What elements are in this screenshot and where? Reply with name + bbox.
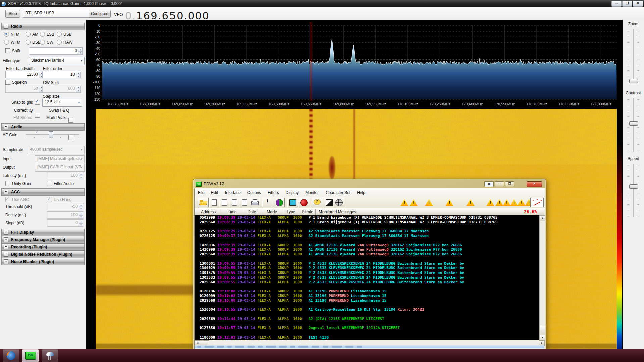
squelch-checkbox[interactable]: Squelch — [5, 80, 27, 85]
terminal-icon[interactable] — [287, 198, 298, 207]
step-size-select[interactable]: 12.5 kHz▼ — [42, 99, 82, 107]
menu-options[interactable]: Options — [244, 189, 264, 196]
collapse-icon[interactable]: − — [4, 24, 8, 29]
menu-edit[interactable]: Edit — [208, 189, 221, 196]
pdw-vertical-scrollbar[interactable]: ▲ ▼ — [539, 215, 545, 340]
pdw-maximize-button[interactable]: ❐ — [505, 181, 514, 187]
column-header-mode[interactable]: Mode — [262, 209, 282, 214]
checkbox-icon[interactable] — [5, 181, 10, 186]
column-header-bitrate[interactable]: Bitrate — [300, 209, 315, 214]
mode-option-usb[interactable]: USB — [57, 32, 72, 37]
spectrum-display[interactable]: 0-10-20-30-40-50-60-70-80-90-100-110-120… — [86, 20, 623, 108]
mode-option-am[interactable]: AM — [26, 32, 38, 37]
checkbox-icon[interactable] — [47, 181, 52, 186]
column-divider[interactable] — [242, 209, 242, 215]
noise-blanker-panel-header[interactable]: +Noise Blanker (Plugin) — [1, 258, 85, 265]
recording-panel-header[interactable]: +Recording (Plugin) — [1, 243, 85, 251]
open-file-icon[interactable] — [198, 198, 209, 207]
speed-slider[interactable] — [623, 164, 644, 219]
menu-display[interactable]: Display — [282, 189, 302, 196]
sdr-titlebar[interactable]: SDR# v1.0.0.1193 - IQ Imbalance: Gain = … — [0, 0, 644, 7]
spinner-icons[interactable]: ▲▼ — [78, 48, 83, 54]
mode-option-raw[interactable]: RAW — [57, 40, 73, 45]
column-divider[interactable] — [300, 209, 300, 215]
duplicate-icon[interactable] — [230, 198, 240, 207]
shift-checkbox[interactable]: Shift — [5, 48, 20, 53]
close-button[interactable]: ✕ — [633, 1, 643, 7]
shift-input[interactable]: 0▲▼ — [29, 47, 83, 55]
slider-thumb[interactable] — [629, 121, 638, 126]
slider-thumb[interactable] — [49, 131, 53, 138]
filter-order-input[interactable]: 10▲▼ — [42, 71, 81, 78]
invert-display-icon[interactable] — [324, 198, 334, 207]
mode-option-wfm[interactable]: WFM — [4, 40, 20, 45]
minimize-button[interactable]: — — [611, 1, 622, 7]
menu-monitor[interactable]: Monitor — [302, 189, 322, 196]
swap-iq-checkbox[interactable] — [68, 118, 73, 123]
checkbox-icon[interactable] — [5, 80, 10, 85]
menu-file[interactable]: File — [195, 189, 208, 196]
pdw-minimize-button[interactable]: — — [495, 181, 504, 187]
taskbar-firefox-button[interactable] — [3, 349, 19, 362]
audio-panel-header[interactable]: −Audio — [1, 123, 85, 131]
taskbar-pdw-button[interactable]: PDW — [22, 349, 39, 362]
unity-gain-checkbox[interactable]: Unity Gain — [5, 181, 31, 186]
checkbox-icon[interactable] — [5, 48, 10, 53]
column-divider[interactable] — [222, 209, 222, 215]
pdw-column-header[interactable]: 26.6% AddressTimeDateModeTypeBitrateMoni… — [195, 208, 544, 216]
menu-filters[interactable]: Filters — [264, 189, 282, 196]
column-header-monitored-messages[interactable]: Monitored Messages — [319, 209, 356, 214]
filter-audio-checkbox[interactable]: Filter Audio — [47, 181, 74, 186]
alert-icon[interactable]: ! — [262, 198, 273, 207]
scrollbar-thumb[interactable] — [540, 326, 545, 335]
expand-icon[interactable]: + — [4, 237, 8, 242]
configure-button[interactable]: Configure — [89, 10, 111, 18]
mode-option-dsb[interactable]: DSB — [26, 40, 41, 45]
correct-iq-checkbox[interactable] — [35, 113, 40, 118]
stop-button[interactable]: Stop — [5, 10, 20, 18]
mode-option-lsb[interactable]: LSB — [40, 32, 54, 37]
save-icon[interactable] — [240, 198, 250, 207]
column-header-time[interactable]: Time — [222, 209, 242, 214]
taskbar-sdrsharp-button[interactable] — [42, 349, 58, 362]
mode-option-cw[interactable]: CW — [40, 40, 53, 45]
pdw-pin-button[interactable]: ▣ — [484, 181, 494, 187]
globe-icon[interactable] — [334, 198, 344, 207]
column-header-address[interactable]: Address — [195, 209, 222, 214]
pdw-close-button[interactable]: ✕ — [527, 181, 542, 187]
slider-thumb[interactable] — [629, 184, 638, 189]
collapse-icon[interactable]: − — [4, 125, 8, 129]
column-header-date[interactable]: Date — [242, 209, 262, 214]
menu-help[interactable]: Help — [354, 189, 369, 196]
paste-icon[interactable] — [219, 198, 230, 207]
menu-interface[interactable]: Interface — [221, 189, 244, 196]
radio-panel-header[interactable]: −Radio — [1, 23, 85, 30]
expand-icon[interactable]: + — [4, 252, 8, 257]
column-divider[interactable] — [315, 209, 316, 215]
expand-icon[interactable]: + — [4, 259, 8, 264]
agc-panel-header[interactable]: −AGC — [1, 188, 85, 196]
expand-icon[interactable]: + — [4, 230, 8, 235]
pdw-titlebar[interactable]: PDW PDW v3.12 ▣ — ❐ ✕ — [194, 180, 544, 188]
expand-icon[interactable]: + — [4, 245, 8, 249]
pdw-window[interactable]: PDW PDW v3.12 ▣ — ❐ ✕ FileEditInterfaceO… — [193, 179, 546, 354]
maximize-button[interactable]: ❐ — [622, 1, 632, 7]
menu-character-set[interactable]: Character Set — [322, 189, 354, 196]
copy-icon[interactable] — [209, 198, 220, 207]
column-divider[interactable] — [262, 209, 262, 215]
fft-display-panel-header[interactable]: +FFT Display — [1, 229, 85, 236]
scroll-up-icon[interactable]: ▲ — [540, 215, 545, 221]
zoom-slider[interactable] — [623, 29, 644, 85]
record-icon[interactable] — [299, 198, 309, 207]
help-icon[interactable]: ? — [312, 198, 323, 207]
column-header-type[interactable]: Type — [282, 209, 300, 214]
collapse-icon[interactable]: − — [4, 190, 8, 194]
column-divider[interactable] — [282, 209, 282, 215]
frequency-manager-panel-header[interactable]: +Frequency Manager (Plugin) — [1, 236, 85, 243]
af-gain-slider[interactable] — [26, 131, 79, 139]
digital-noise-reduction-panel-header[interactable]: +Digital Noise Reduction (Plugin) — [1, 251, 85, 258]
contrast-slider[interactable] — [623, 98, 644, 154]
pdw-horizontal-scrollbar[interactable]: ◀ ▶ — [195, 340, 544, 346]
snap-to-grid-checkbox[interactable] — [35, 100, 40, 105]
filter-type-select[interactable]: Blackman-Harris 4▼ — [29, 57, 85, 65]
